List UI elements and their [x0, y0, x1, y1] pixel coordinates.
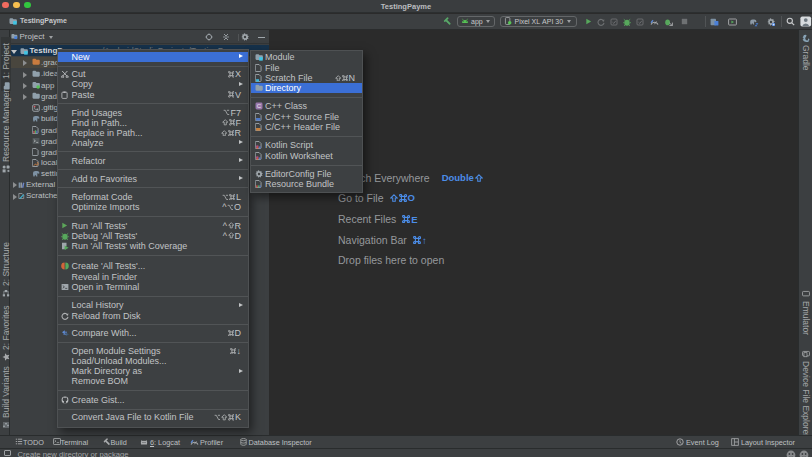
svg-text:C: C: [256, 104, 261, 110]
